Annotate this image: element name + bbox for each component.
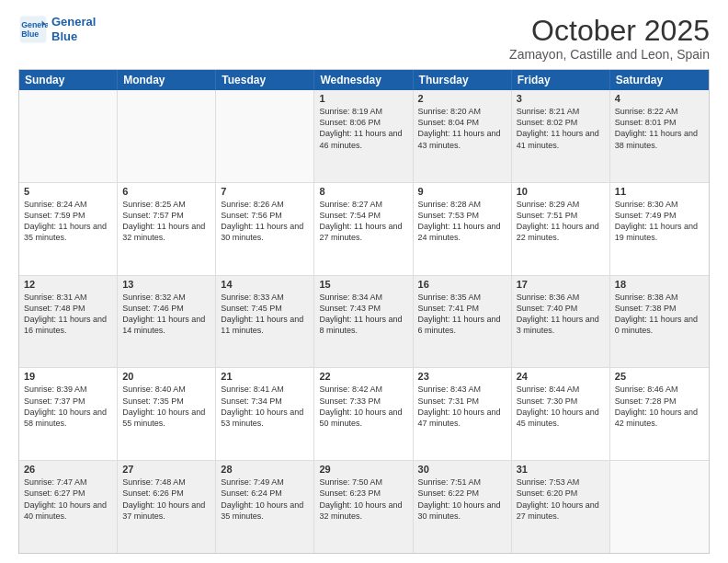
calendar-cell: 25Sunrise: 8:46 AM Sunset: 7:28 PM Dayli… bbox=[610, 368, 709, 460]
cell-info: Sunrise: 8:42 AM Sunset: 7:33 PM Dayligh… bbox=[319, 384, 407, 429]
calendar-cell: 19Sunrise: 8:39 AM Sunset: 7:37 PM Dayli… bbox=[19, 368, 118, 460]
calendar-cell: 15Sunrise: 8:34 AM Sunset: 7:43 PM Dayli… bbox=[314, 276, 413, 368]
calendar-cell bbox=[216, 90, 314, 182]
header: General Blue General Blue October 2025 Z… bbox=[18, 15, 710, 62]
cell-info: Sunrise: 8:21 AM Sunset: 8:02 PM Dayligh… bbox=[517, 106, 605, 151]
day-number: 13 bbox=[122, 279, 210, 290]
day-number: 29 bbox=[319, 464, 407, 475]
calendar-cell: 16Sunrise: 8:35 AM Sunset: 7:41 PM Dayli… bbox=[414, 276, 512, 368]
calendar-cell: 6Sunrise: 8:25 AM Sunset: 7:57 PM Daylig… bbox=[118, 183, 216, 275]
cell-info: Sunrise: 8:34 AM Sunset: 7:43 PM Dayligh… bbox=[319, 292, 407, 337]
day-number: 23 bbox=[418, 371, 506, 382]
cell-info: Sunrise: 8:30 AM Sunset: 7:49 PM Dayligh… bbox=[615, 199, 704, 244]
cell-info: Sunrise: 8:38 AM Sunset: 7:38 PM Dayligh… bbox=[615, 292, 704, 337]
day-number: 8 bbox=[319, 186, 407, 197]
cell-info: Sunrise: 8:19 AM Sunset: 8:06 PM Dayligh… bbox=[319, 106, 407, 151]
calendar-row-4: 19Sunrise: 8:39 AM Sunset: 7:37 PM Dayli… bbox=[19, 368, 709, 461]
cell-info: Sunrise: 8:39 AM Sunset: 7:37 PM Dayligh… bbox=[24, 384, 112, 429]
calendar-cell: 12Sunrise: 8:31 AM Sunset: 7:48 PM Dayli… bbox=[19, 276, 118, 368]
calendar-cell: 21Sunrise: 8:41 AM Sunset: 7:34 PM Dayli… bbox=[216, 368, 314, 460]
svg-text:Blue: Blue bbox=[21, 29, 39, 39]
day-number: 5 bbox=[24, 186, 112, 197]
cell-info: Sunrise: 8:32 AM Sunset: 7:46 PM Dayligh… bbox=[122, 292, 210, 337]
day-number: 31 bbox=[517, 464, 605, 475]
calendar-cell: 1Sunrise: 8:19 AM Sunset: 8:06 PM Daylig… bbox=[314, 90, 413, 182]
calendar-cell: 28Sunrise: 7:49 AM Sunset: 6:24 PM Dayli… bbox=[216, 461, 314, 553]
day-number: 4 bbox=[615, 93, 704, 104]
calendar-header: SundayMondayTuesdayWednesdayThursdayFrid… bbox=[19, 70, 709, 90]
cell-info: Sunrise: 8:36 AM Sunset: 7:40 PM Dayligh… bbox=[517, 292, 605, 337]
main-title: October 2025 bbox=[509, 15, 710, 47]
calendar-cell: 9Sunrise: 8:28 AM Sunset: 7:53 PM Daylig… bbox=[414, 183, 512, 275]
cell-info: Sunrise: 8:26 AM Sunset: 7:56 PM Dayligh… bbox=[221, 199, 309, 244]
logo-line1: General bbox=[51, 15, 96, 29]
day-number: 24 bbox=[517, 371, 605, 382]
day-number: 10 bbox=[517, 186, 605, 197]
cell-info: Sunrise: 8:33 AM Sunset: 7:45 PM Dayligh… bbox=[221, 292, 309, 337]
day-number: 22 bbox=[319, 371, 407, 382]
calendar-cell: 11Sunrise: 8:30 AM Sunset: 7:49 PM Dayli… bbox=[610, 183, 709, 275]
day-header-wednesday: Wednesday bbox=[314, 70, 413, 90]
day-number: 19 bbox=[24, 371, 112, 382]
day-number: 2 bbox=[418, 93, 506, 104]
calendar-cell: 14Sunrise: 8:33 AM Sunset: 7:45 PM Dayli… bbox=[216, 276, 314, 368]
cell-info: Sunrise: 8:41 AM Sunset: 7:34 PM Dayligh… bbox=[221, 384, 309, 429]
calendar-cell: 18Sunrise: 8:38 AM Sunset: 7:38 PM Dayli… bbox=[610, 276, 709, 368]
day-header-sunday: Sunday bbox=[19, 70, 118, 90]
day-number: 18 bbox=[615, 279, 704, 290]
cell-info: Sunrise: 8:24 AM Sunset: 7:59 PM Dayligh… bbox=[24, 199, 112, 244]
calendar-cell: 23Sunrise: 8:43 AM Sunset: 7:31 PM Dayli… bbox=[414, 368, 512, 460]
calendar-cell: 5Sunrise: 8:24 AM Sunset: 7:59 PM Daylig… bbox=[19, 183, 118, 275]
calendar-row-2: 5Sunrise: 8:24 AM Sunset: 7:59 PM Daylig… bbox=[19, 183, 709, 276]
calendar-cell: 27Sunrise: 7:48 AM Sunset: 6:26 PM Dayli… bbox=[118, 461, 216, 553]
calendar-cell: 26Sunrise: 7:47 AM Sunset: 6:27 PM Dayli… bbox=[19, 461, 118, 553]
day-header-thursday: Thursday bbox=[414, 70, 512, 90]
calendar-row-1: 1Sunrise: 8:19 AM Sunset: 8:06 PM Daylig… bbox=[19, 90, 709, 183]
cell-info: Sunrise: 7:48 AM Sunset: 6:26 PM Dayligh… bbox=[122, 477, 210, 522]
calendar-cell: 17Sunrise: 8:36 AM Sunset: 7:40 PM Dayli… bbox=[512, 276, 610, 368]
cell-info: Sunrise: 8:31 AM Sunset: 7:48 PM Dayligh… bbox=[24, 292, 112, 337]
calendar-cell: 30Sunrise: 7:51 AM Sunset: 6:22 PM Dayli… bbox=[414, 461, 512, 553]
subtitle: Zamayon, Castille and Leon, Spain bbox=[509, 47, 710, 62]
day-number: 28 bbox=[221, 464, 309, 475]
cell-info: Sunrise: 8:28 AM Sunset: 7:53 PM Dayligh… bbox=[418, 199, 506, 244]
cell-info: Sunrise: 8:27 AM Sunset: 7:54 PM Dayligh… bbox=[319, 199, 407, 244]
calendar-cell: 13Sunrise: 8:32 AM Sunset: 7:46 PM Dayli… bbox=[118, 276, 216, 368]
day-number: 26 bbox=[24, 464, 112, 475]
day-number: 27 bbox=[122, 464, 210, 475]
calendar-cell: 8Sunrise: 8:27 AM Sunset: 7:54 PM Daylig… bbox=[314, 183, 413, 275]
day-number: 7 bbox=[221, 186, 309, 197]
day-number: 1 bbox=[319, 93, 407, 104]
cell-info: Sunrise: 8:35 AM Sunset: 7:41 PM Dayligh… bbox=[418, 292, 506, 337]
calendar-cell: 22Sunrise: 8:42 AM Sunset: 7:33 PM Dayli… bbox=[314, 368, 413, 460]
page: General Blue General Blue October 2025 Z… bbox=[0, 0, 728, 563]
calendar-cell: 7Sunrise: 8:26 AM Sunset: 7:56 PM Daylig… bbox=[216, 183, 314, 275]
calendar-cell: 20Sunrise: 8:40 AM Sunset: 7:35 PM Dayli… bbox=[118, 368, 216, 460]
calendar-row-3: 12Sunrise: 8:31 AM Sunset: 7:48 PM Dayli… bbox=[19, 276, 709, 369]
cell-info: Sunrise: 8:40 AM Sunset: 7:35 PM Dayligh… bbox=[122, 384, 210, 429]
cell-info: Sunrise: 7:47 AM Sunset: 6:27 PM Dayligh… bbox=[24, 477, 112, 522]
logo-line2: Blue bbox=[51, 29, 96, 44]
calendar-cell: 3Sunrise: 8:21 AM Sunset: 8:02 PM Daylig… bbox=[512, 90, 610, 182]
day-number: 11 bbox=[615, 186, 704, 197]
day-number: 16 bbox=[418, 279, 506, 290]
logo-icon: General Blue bbox=[18, 15, 48, 44]
calendar-cell: 2Sunrise: 8:20 AM Sunset: 8:04 PM Daylig… bbox=[414, 90, 512, 182]
day-number: 14 bbox=[221, 279, 309, 290]
calendar-cell bbox=[610, 461, 709, 553]
calendar-cell: 24Sunrise: 8:44 AM Sunset: 7:30 PM Dayli… bbox=[512, 368, 610, 460]
day-number: 12 bbox=[24, 279, 112, 290]
day-number: 15 bbox=[319, 279, 407, 290]
calendar-body: 1Sunrise: 8:19 AM Sunset: 8:06 PM Daylig… bbox=[19, 90, 709, 553]
svg-text:General: General bbox=[21, 20, 48, 29]
day-header-saturday: Saturday bbox=[610, 70, 709, 90]
title-block: October 2025 Zamayon, Castille and Leon,… bbox=[509, 15, 710, 62]
cell-info: Sunrise: 8:43 AM Sunset: 7:31 PM Dayligh… bbox=[418, 384, 506, 429]
calendar-cell: 29Sunrise: 7:50 AM Sunset: 6:23 PM Dayli… bbox=[314, 461, 413, 553]
day-number: 17 bbox=[517, 279, 605, 290]
calendar: SundayMondayTuesdayWednesdayThursdayFrid… bbox=[18, 69, 710, 554]
day-number: 20 bbox=[122, 371, 210, 382]
cell-info: Sunrise: 7:51 AM Sunset: 6:22 PM Dayligh… bbox=[418, 477, 506, 522]
cell-info: Sunrise: 8:22 AM Sunset: 8:01 PM Dayligh… bbox=[615, 106, 704, 151]
calendar-cell: 10Sunrise: 8:29 AM Sunset: 7:51 PM Dayli… bbox=[512, 183, 610, 275]
